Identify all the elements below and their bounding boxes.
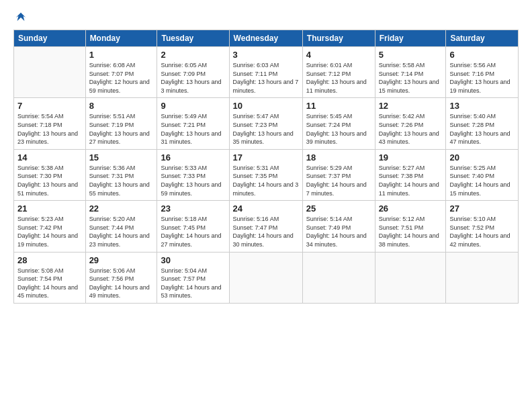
day-info: Sunrise: 5:31 AM Sunset: 7:35 PM Dayligh… <box>233 164 299 197</box>
day-number: 15 <box>89 152 154 163</box>
day-number: 16 <box>161 152 225 163</box>
sunrise-text: Sunrise: 5:45 AM <box>306 113 353 120</box>
sunset-text: Sunset: 7:11 PM <box>233 71 278 77</box>
daylight-text: Daylight: 14 hours and 49 minutes. <box>89 284 150 300</box>
calendar-cell: 13 Sunrise: 5:40 AM Sunset: 7:28 PM Dayl… <box>446 98 519 149</box>
sunset-text: Sunset: 7:07 PM <box>89 71 134 77</box>
daylight-text: Daylight: 14 hours and 45 minutes. <box>17 284 78 300</box>
day-info: Sunrise: 5:27 AM Sunset: 7:38 PM Dayligh… <box>379 164 443 197</box>
day-info: Sunrise: 5:25 AM Sunset: 7:40 PM Dayligh… <box>449 164 515 197</box>
calendar-cell: 25 Sunrise: 5:14 AM Sunset: 7:49 PM Dayl… <box>302 201 375 252</box>
calendar-cell: 7 Sunrise: 5:54 AM Sunset: 7:18 PM Dayli… <box>14 98 86 149</box>
day-info: Sunrise: 5:16 AM Sunset: 7:47 PM Dayligh… <box>233 215 299 248</box>
day-info: Sunrise: 5:54 AM Sunset: 7:18 PM Dayligh… <box>17 112 82 146</box>
daylight-text: Daylight: 13 hours and 59 minutes. <box>161 181 221 197</box>
sunset-text: Sunset: 7:54 PM <box>17 275 62 282</box>
daylight-text: Daylight: 14 hours and 15 minutes. <box>449 181 510 197</box>
calendar-cell: 23 Sunrise: 5:18 AM Sunset: 7:45 PM Dayl… <box>157 201 229 252</box>
page: SundayMondayTuesdayWednesdayThursdayFrid… <box>0 0 532 411</box>
daylight-text: Daylight: 13 hours and 27 minutes. <box>89 130 150 146</box>
sunset-text: Sunset: 7:09 PM <box>161 71 206 77</box>
sunrise-text: Sunrise: 5:23 AM <box>17 216 64 222</box>
calendar-cell: 3 Sunrise: 6:03 AM Sunset: 7:11 PM Dayli… <box>229 47 302 98</box>
daylight-text: Daylight: 13 hours and 35 minutes. <box>233 130 294 146</box>
daylight-text: Daylight: 14 hours and 53 minutes. <box>161 284 221 300</box>
svg-marker-0 <box>16 13 26 21</box>
sunrise-text: Sunrise: 5:18 AM <box>161 216 207 222</box>
sunset-text: Sunset: 7:19 PM <box>89 122 134 128</box>
sunset-text: Sunset: 7:26 PM <box>379 122 424 128</box>
sunset-text: Sunset: 7:47 PM <box>233 224 278 231</box>
day-number: 20 <box>449 152 515 163</box>
daylight-text: Daylight: 14 hours and 19 minutes. <box>17 232 78 248</box>
sunrise-text: Sunrise: 5:10 AM <box>449 216 496 222</box>
day-info: Sunrise: 6:01 AM Sunset: 7:12 PM Dayligh… <box>306 61 371 95</box>
day-number: 28 <box>17 255 82 265</box>
day-info: Sunrise: 5:04 AM Sunset: 7:57 PM Dayligh… <box>161 267 225 300</box>
sunset-text: Sunset: 7:42 PM <box>17 224 62 231</box>
daylight-text: Daylight: 13 hours and 55 minutes. <box>89 181 150 197</box>
sunrise-text: Sunrise: 5:42 AM <box>379 113 425 120</box>
calendar-cell: 22 Sunrise: 5:20 AM Sunset: 7:44 PM Dayl… <box>85 201 157 252</box>
sunrise-text: Sunrise: 5:08 AM <box>17 267 64 274</box>
calendar-cell: 29 Sunrise: 5:06 AM Sunset: 7:56 PM Dayl… <box>85 252 157 303</box>
day-info: Sunrise: 5:14 AM Sunset: 7:49 PM Dayligh… <box>306 215 371 248</box>
day-number: 18 <box>306 152 371 163</box>
day-number: 17 <box>233 152 299 163</box>
day-info: Sunrise: 5:29 AM Sunset: 7:37 PM Dayligh… <box>306 164 371 197</box>
sunset-text: Sunset: 7:21 PM <box>161 122 206 128</box>
day-number: 5 <box>379 50 443 60</box>
calendar-cell <box>14 47 86 98</box>
day-number: 13 <box>449 101 515 111</box>
calendar-week-row: 14 Sunrise: 5:38 AM Sunset: 7:30 PM Dayl… <box>14 149 519 200</box>
day-info: Sunrise: 5:47 AM Sunset: 7:23 PM Dayligh… <box>233 112 299 146</box>
day-number: 1 <box>89 50 154 60</box>
daylight-text: Daylight: 14 hours and 11 minutes. <box>379 181 439 197</box>
sunrise-text: Sunrise: 5:49 AM <box>161 113 207 120</box>
day-number: 26 <box>379 203 443 214</box>
calendar-cell: 4 Sunrise: 6:01 AM Sunset: 7:12 PM Dayli… <box>302 47 375 98</box>
calendar-cell: 17 Sunrise: 5:31 AM Sunset: 7:35 PM Dayl… <box>229 149 302 200</box>
calendar-cell: 14 Sunrise: 5:38 AM Sunset: 7:30 PM Dayl… <box>14 149 86 200</box>
daylight-text: Daylight: 14 hours and 27 minutes. <box>161 232 221 248</box>
day-number: 10 <box>233 101 299 111</box>
day-number: 22 <box>89 203 154 214</box>
day-number: 6 <box>449 50 515 60</box>
sunrise-text: Sunrise: 6:01 AM <box>306 62 353 68</box>
day-info: Sunrise: 5:49 AM Sunset: 7:21 PM Dayligh… <box>161 112 225 146</box>
day-number: 14 <box>17 152 82 163</box>
day-info: Sunrise: 5:45 AM Sunset: 7:24 PM Dayligh… <box>306 112 371 146</box>
calendar-cell: 15 Sunrise: 5:36 AM Sunset: 7:31 PM Dayl… <box>85 149 157 200</box>
calendar-cell: 8 Sunrise: 5:51 AM Sunset: 7:19 PM Dayli… <box>85 98 157 149</box>
sunrise-text: Sunrise: 5:06 AM <box>89 267 136 274</box>
daylight-text: Daylight: 13 hours and 3 minutes. <box>161 79 221 94</box>
calendar-week-row: 1 Sunrise: 6:08 AM Sunset: 7:07 PM Dayli… <box>14 47 519 98</box>
daylight-text: Daylight: 14 hours and 34 minutes. <box>306 232 367 248</box>
sunset-text: Sunset: 7:30 PM <box>17 173 62 179</box>
sunset-text: Sunset: 7:16 PM <box>449 71 494 77</box>
calendar-header-row: SundayMondayTuesdayWednesdayThursdayFrid… <box>14 30 519 47</box>
day-info: Sunrise: 5:20 AM Sunset: 7:44 PM Dayligh… <box>89 215 154 248</box>
sunrise-text: Sunrise: 5:38 AM <box>17 165 64 171</box>
sunset-text: Sunset: 7:33 PM <box>161 173 206 179</box>
day-info: Sunrise: 5:51 AM Sunset: 7:19 PM Dayligh… <box>89 112 154 146</box>
day-info: Sunrise: 5:23 AM Sunset: 7:42 PM Dayligh… <box>17 215 82 248</box>
calendar-cell: 21 Sunrise: 5:23 AM Sunset: 7:42 PM Dayl… <box>14 201 86 252</box>
day-info: Sunrise: 5:06 AM Sunset: 7:56 PM Dayligh… <box>89 267 154 300</box>
logo <box>13 11 27 23</box>
calendar-cell <box>446 252 519 303</box>
sunset-text: Sunset: 7:18 PM <box>17 122 62 128</box>
sunset-text: Sunset: 7:40 PM <box>449 173 494 179</box>
daylight-text: Daylight: 12 hours and 59 minutes. <box>89 79 150 94</box>
day-info: Sunrise: 6:08 AM Sunset: 7:07 PM Dayligh… <box>89 61 154 95</box>
sunrise-text: Sunrise: 5:36 AM <box>89 165 136 171</box>
day-header-saturday: Saturday <box>446 30 519 47</box>
day-header-wednesday: Wednesday <box>229 30 302 47</box>
sunset-text: Sunset: 7:12 PM <box>306 71 351 77</box>
calendar-cell: 6 Sunrise: 5:56 AM Sunset: 7:16 PM Dayli… <box>446 47 519 98</box>
calendar-cell: 2 Sunrise: 6:05 AM Sunset: 7:09 PM Dayli… <box>157 47 229 98</box>
calendar-cell: 11 Sunrise: 5:45 AM Sunset: 7:24 PM Dayl… <box>302 98 375 149</box>
sunrise-text: Sunrise: 6:03 AM <box>233 62 279 68</box>
daylight-text: Daylight: 14 hours and 23 minutes. <box>89 232 150 248</box>
calendar-cell: 16 Sunrise: 5:33 AM Sunset: 7:33 PM Dayl… <box>157 149 229 200</box>
